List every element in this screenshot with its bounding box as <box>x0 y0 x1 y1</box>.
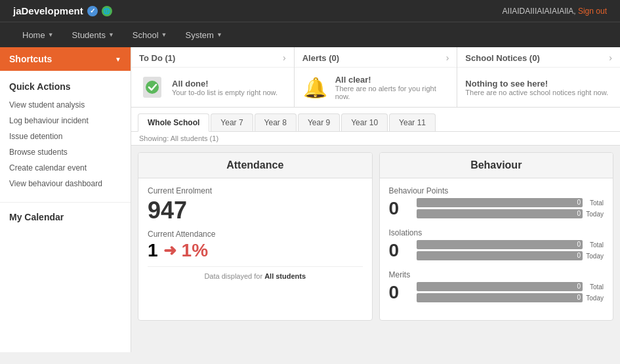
sidebar-link-log-behaviour[interactable]: Log behaviour incident <box>0 113 131 129</box>
isolations-today-label: Today <box>585 253 604 260</box>
sign-out-link[interactable]: Sign out <box>578 7 607 16</box>
sidebar-link-calendar-event[interactable]: Create calendar event <box>0 160 131 176</box>
data-footer: Data displayed for All students <box>148 266 363 280</box>
alerts-title: Alerts (0) <box>302 53 339 63</box>
merits-total-zero: 0 <box>577 283 581 290</box>
attendance-body: Current Enrolment 947 Current Attendance… <box>138 178 372 288</box>
isolations-value: 0 <box>389 240 409 261</box>
alerts-main-text: All clear! <box>335 75 449 85</box>
merits-total-bar: 0 Total <box>417 282 604 291</box>
data-footer-text: Data displayed for <box>204 272 262 280</box>
tab-year-10[interactable]: Year 10 <box>341 113 388 131</box>
nav-school[interactable]: School ▼ <box>123 22 176 47</box>
todo-check-icon <box>139 74 165 100</box>
svg-point-1 <box>146 81 159 94</box>
school-notices-body: Nothing to see here! There are no active… <box>457 68 620 107</box>
bell-icon: 🔔 <box>302 74 329 100</box>
tab-year-7[interactable]: Year 7 <box>211 113 253 131</box>
attendance-percent: 1% <box>182 240 208 261</box>
user-text: AIIAIDAIIIAIAIAIAIlA, <box>503 7 576 16</box>
tab-year-11[interactable]: Year 11 <box>389 113 436 131</box>
todo-sub-text: Your to-do list is empty right now. <box>172 89 278 96</box>
merits-bars: 0 Total 0 Today <box>417 282 604 304</box>
attendance-heading: Attendance <box>138 153 372 178</box>
nav-system[interactable]: System ▼ <box>176 22 232 47</box>
top-nav-upper: jaDevelopment ✓ 🌐 AIIAIDAIIIAIAIAIAIlA, … <box>0 0 620 22</box>
year-tabs: Whole School Year 7 Year 8 Year 9 Year 1… <box>131 108 620 132</box>
behaviour-heading: Behaviour <box>380 153 613 178</box>
isolations-today-bar: 0 Today <box>417 251 604 260</box>
banner-row: To Do (1) › All done! Your to-do list is… <box>131 47 620 108</box>
sidebar-link-browse-students[interactable]: Browse students <box>0 144 131 160</box>
alerts-section: Alerts (0) › 🔔 All clear! There are no a… <box>295 47 458 107</box>
todo-main-text: All done! <box>172 79 278 89</box>
enrolment-label: Current Enrolment <box>148 186 363 195</box>
isolations-stat: 0 <box>389 240 409 261</box>
nav-home[interactable]: Home ▼ <box>13 22 63 47</box>
school-notices-arrow: › <box>609 52 612 63</box>
behaviour-points-label: Behaviour Points <box>389 186 604 195</box>
attendance-number: 1 <box>148 240 158 261</box>
shortcuts-button[interactable]: Shortcuts ▼ <box>0 47 131 71</box>
behaviour-points-stat: 0 <box>389 198 409 219</box>
todo-header: To Do (1) › <box>131 47 294 68</box>
merits-value: 0 <box>389 282 409 303</box>
merits-today-label: Today <box>585 294 604 302</box>
merits-today-bg: 0 <box>417 293 583 302</box>
todo-title: To Do (1) <box>139 53 175 63</box>
behaviour-points-value: 0 <box>389 198 409 219</box>
sidebar-link-behaviour-dashboard[interactable]: View behaviour dashboard <box>0 176 131 192</box>
behaviour-points-today-bg: 0 <box>417 209 583 218</box>
merits-stat: 0 <box>389 282 409 303</box>
behaviour-points-row: 0 0 Total 0 <box>389 198 604 220</box>
app-title: jaDevelopment ✓ 🌐 <box>13 5 112 16</box>
behaviour-points-total-label: Total <box>585 199 604 207</box>
shortcuts-caret: ▼ <box>115 56 121 63</box>
system-caret: ▼ <box>217 31 222 38</box>
behaviour-points-total-zero: 0 <box>577 199 581 206</box>
alerts-sub-text: There are no alerts for you right now. <box>335 85 449 100</box>
verified-icon: ✓ <box>87 6 98 16</box>
school-notices-main-text: Nothing to see here! <box>465 79 608 89</box>
top-nav-lower: Home ▼ Students ▼ School ▼ System ▼ <box>0 22 620 47</box>
sidebar-link-detention[interactable]: Issue detention <box>0 129 131 144</box>
isolations-total-bg: 0 <box>417 240 583 249</box>
isolations-label: Isolations <box>389 228 604 237</box>
quick-actions-heading: Quick Actions <box>0 77 131 97</box>
attendance-label: Current Attendance <box>148 230 363 239</box>
data-footer-bold: All students <box>264 272 306 280</box>
top-nav: jaDevelopment ✓ 🌐 AIIAIDAIIIAIAIAIAIlA, … <box>0 0 620 47</box>
main-area: Shortcuts ▼ Quick Actions View student a… <box>0 47 620 352</box>
isolations-total-bar: 0 Total <box>417 240 604 249</box>
my-calendar-heading: My Calendar <box>0 207 131 228</box>
school-notices-header: School Notices (0) › <box>457 47 620 68</box>
merits-today-bar: 0 Today <box>417 293 604 302</box>
school-notices-sub-text: There are no active school notices right… <box>465 89 608 96</box>
merits-row: 0 0 Total 0 <box>389 282 604 304</box>
todo-text: All done! Your to-do list is empty right… <box>172 79 278 96</box>
merits-total-label: Total <box>585 283 604 291</box>
tab-year-8[interactable]: Year 8 <box>255 113 297 131</box>
tab-year-9[interactable]: Year 9 <box>298 113 340 131</box>
sidebar-divider <box>0 202 131 203</box>
behaviour-points-total-bar: 0 Total <box>417 198 604 207</box>
sidebar-link-student-analysis[interactable]: View student analysis <box>0 97 131 113</box>
user-area: AIIAIDAIIIAIAIAIAIlA, Sign out <box>503 7 607 16</box>
behaviour-points-bars: 0 Total 0 Today <box>417 198 604 220</box>
alerts-header: Alerts (0) › <box>295 47 457 68</box>
isolations-bars: 0 Total 0 Today <box>417 240 604 262</box>
school-notices-title: School Notices (0) <box>465 53 539 63</box>
merits-label: Merits <box>389 270 604 279</box>
behaviour-points-today-label: Today <box>585 211 604 218</box>
quick-actions-section: Quick Actions View student analysis Log … <box>0 71 131 198</box>
school-notices-text: Nothing to see here! There are no active… <box>465 79 608 96</box>
tab-whole-school[interactable]: Whole School <box>138 113 209 132</box>
showing-label: Showing: All students (1) <box>131 132 620 146</box>
merits-total-bg: 0 <box>417 282 583 291</box>
behaviour-points-today-bar: 0 Today <box>417 209 604 218</box>
globe-icon: 🌐 <box>102 6 112 16</box>
behaviour-body: Behaviour Points 0 0 Total <box>380 178 613 320</box>
attendance-row: 1 ➜ 1% <box>148 240 363 261</box>
dashboard-panels: Attendance Current Enrolment 947 Current… <box>131 146 620 327</box>
nav-students[interactable]: Students ▼ <box>63 22 123 47</box>
